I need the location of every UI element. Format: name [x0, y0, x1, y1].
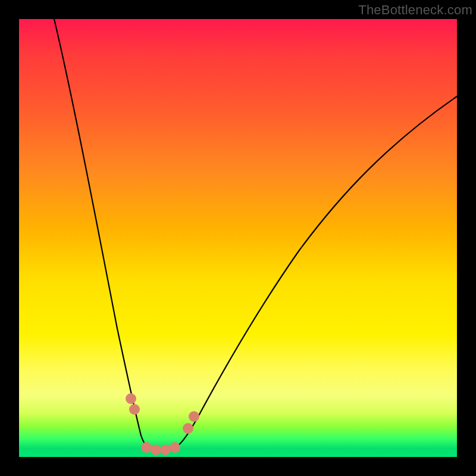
curve-markers	[126, 393, 199, 455]
marker-left-upper	[126, 393, 136, 404]
marker-flat-3	[160, 444, 171, 455]
marker-flat-4	[170, 442, 180, 453]
marker-flat-1	[141, 442, 152, 453]
marker-right-lower	[183, 423, 193, 434]
bottleneck-curve-svg	[19, 19, 457, 457]
plot-area	[19, 19, 457, 457]
curve-left-branch	[54, 19, 151, 449]
marker-flat-2	[151, 444, 161, 455]
marker-right-upper	[189, 411, 199, 422]
chart-frame: TheBottleneck.com	[0, 0, 476, 476]
marker-left-lower	[129, 404, 140, 415]
bottleneck-curve	[54, 19, 457, 450]
watermark-text: TheBottleneck.com	[358, 2, 472, 18]
curve-right-branch	[173, 96, 457, 449]
